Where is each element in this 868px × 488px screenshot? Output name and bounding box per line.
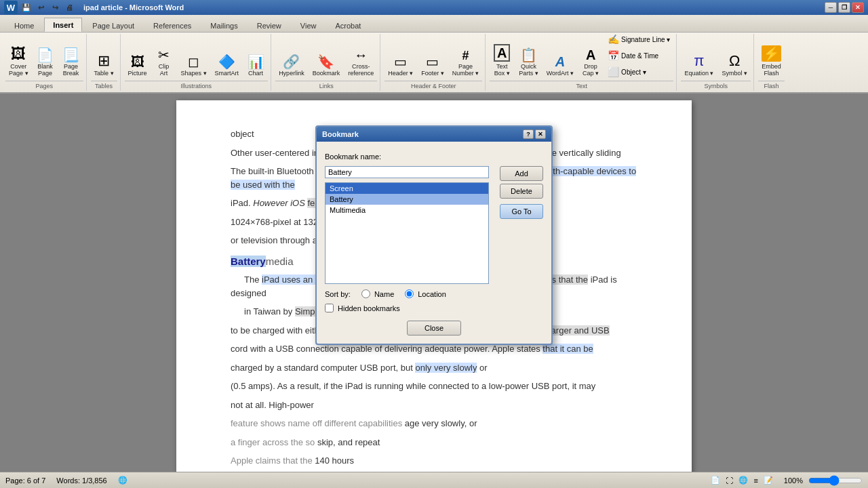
bookmark-list-item-battery[interactable]: Battery xyxy=(326,194,488,205)
cover-page-btn[interactable]: 🖼 CoverPage ▾ xyxy=(5,44,32,79)
bookmark-list-item-multimedia[interactable]: Multimedia xyxy=(326,205,488,216)
hyperlink-icon: 🔗 xyxy=(283,55,300,68)
date-time-btn[interactable]: 📅 Date & Time xyxy=(604,48,673,63)
tab-review[interactable]: Review xyxy=(248,18,290,32)
drop-cap-btn[interactable]: A DropCap ▾ xyxy=(578,45,603,79)
symbol-btn[interactable]: Ω Symbol ▾ xyxy=(718,51,751,79)
ribbon-group-illustrations: 🖼 Picture ✂ ClipArt ◻ Shapes ▾ 🔷 SmartAr… xyxy=(122,34,272,91)
blank-page-icon: 📄 xyxy=(37,48,54,62)
view-outline-icon[interactable]: ≡ xyxy=(753,476,757,485)
sort-by-label: Sort by: xyxy=(325,290,351,298)
page-number-icon: # xyxy=(462,49,469,62)
restore-btn[interactable]: ❐ xyxy=(838,2,850,13)
save-quick-btn[interactable]: 💾 xyxy=(20,2,33,13)
page-break-icon: 📃 xyxy=(62,48,79,62)
dialog-close-title-btn[interactable]: ✕ xyxy=(535,129,546,139)
sort-name-radio[interactable]: Name xyxy=(361,289,394,298)
view-web-icon[interactable]: 🌐 xyxy=(738,476,748,485)
date-time-icon: 📅 xyxy=(608,50,619,61)
quick-parts-icon: 📋 xyxy=(520,48,537,62)
doc-text-battery-5: charged by a standard computer USB port,… xyxy=(231,361,637,375)
footer-icon: ▭ xyxy=(426,55,439,68)
goto-bookmark-btn[interactable]: Go To xyxy=(500,204,543,219)
doc-text-battery-9: a finger across the so skip, and repeat xyxy=(231,436,637,449)
print-quick-btn[interactable]: 🖨 xyxy=(63,2,75,13)
quick-access-toolbar: 💾 ↩ ↪ 🖨 xyxy=(20,2,75,13)
close-dialog-btn[interactable]: Close xyxy=(407,321,461,336)
smartart-icon: 🔷 xyxy=(218,55,235,68)
ribbon-group-flash: ⚡ EmbedFlash Flash xyxy=(755,34,787,91)
symbols-group-label: Symbols xyxy=(681,81,751,89)
view-draft-icon[interactable]: 📝 xyxy=(764,476,773,485)
delete-bookmark-btn[interactable]: Delete xyxy=(500,184,543,199)
zoom-level: 100% xyxy=(784,476,803,485)
picture-icon: 🖼 xyxy=(131,55,144,68)
smartart-btn[interactable]: 🔷 SmartArt xyxy=(212,52,243,79)
bookmark-list-item-screen[interactable]: Screen xyxy=(326,183,488,194)
header-icon: ▭ xyxy=(394,55,407,68)
status-bar: Page: 6 of 7 Words: 1/3,856 🌐 📄 ⛶ 🌐 ≡ 📝 … xyxy=(0,472,868,488)
cover-page-icon: 🖼 xyxy=(11,47,26,62)
page-break-btn[interactable]: 📃 PageBreak xyxy=(59,45,83,79)
quick-parts-btn[interactable]: 📋 QuickParts ▾ xyxy=(515,45,542,79)
picture-btn[interactable]: 🖼 Picture xyxy=(125,52,151,79)
minimize-btn[interactable]: ─ xyxy=(825,2,837,13)
shapes-btn[interactable]: ◻ Shapes ▾ xyxy=(178,52,210,79)
clip-art-icon: ✂ xyxy=(158,48,170,62)
bookmark-name-input[interactable] xyxy=(325,166,489,178)
sort-location-radio[interactable]: Location xyxy=(405,289,446,298)
dialog-btn-column: Add Delete Go To xyxy=(500,166,543,284)
page-number-btn[interactable]: # PageNumber ▾ xyxy=(449,47,483,79)
links-group-label: Links xyxy=(275,81,377,89)
zoom-slider[interactable] xyxy=(808,475,863,486)
shapes-icon: ◻ xyxy=(188,55,199,68)
symbol-icon: Ω xyxy=(729,54,740,68)
blank-page-btn[interactable]: 📄 BlankPage xyxy=(33,45,58,79)
undo-quick-btn[interactable]: ↩ xyxy=(35,2,47,13)
ribbon-group-symbols: π Equation ▾ Ω Symbol ▾ Symbols xyxy=(678,34,754,91)
tab-mailings[interactable]: Mailings xyxy=(201,18,246,32)
hidden-bookmarks-checkbox[interactable] xyxy=(325,304,334,312)
tab-references[interactable]: References xyxy=(144,18,200,32)
redo-quick-btn[interactable]: ↪ xyxy=(49,2,61,13)
clip-art-btn[interactable]: ✂ ClipArt xyxy=(152,45,176,79)
text-group-label: Text xyxy=(490,81,673,89)
ribbon-group-tables: ⊞ Table ▾ Tables xyxy=(88,34,121,91)
footer-btn[interactable]: ▭ Footer ▾ xyxy=(418,52,448,79)
header-btn[interactable]: ▭ Header ▾ xyxy=(384,52,416,79)
text-box-btn[interactable]: A TextBox ▾ xyxy=(490,41,514,79)
header-footer-group-label: Header & Footer xyxy=(384,81,482,89)
pages-group-label: Pages xyxy=(5,81,83,89)
tab-home[interactable]: Home xyxy=(5,18,43,32)
wordart-btn[interactable]: A WordArt ▾ xyxy=(543,52,577,79)
tables-group-label: Tables xyxy=(91,81,117,89)
equation-btn[interactable]: π Equation ▾ xyxy=(681,51,717,79)
view-full-icon[interactable]: ⛶ xyxy=(726,476,733,485)
dialog-body: Bookmark name: Screen Battery Multimedia… xyxy=(317,142,551,344)
dialog-help-btn[interactable]: ? xyxy=(523,129,534,139)
signature-line-icon: ✍ xyxy=(608,34,619,45)
chart-btn[interactable]: 📊 Chart xyxy=(243,52,268,79)
status-language-icon: 🌐 xyxy=(118,476,127,485)
hyperlink-btn[interactable]: 🔗 Hyperlink xyxy=(275,52,308,79)
drop-cap-icon: A xyxy=(586,48,595,62)
ribbon: 🖼 CoverPage ▾ 📄 BlankPage 📃 PageBreak Pa… xyxy=(0,33,868,94)
table-btn[interactable]: ⊞ Table ▾ xyxy=(91,51,117,79)
tab-insert[interactable]: Insert xyxy=(44,18,82,32)
bookmark-list[interactable]: Screen Battery Multimedia xyxy=(325,182,489,284)
bookmark-btn[interactable]: 🔖 Bookmark xyxy=(309,52,344,79)
close-btn[interactable]: ✕ xyxy=(852,2,864,13)
tab-view[interactable]: View xyxy=(292,18,326,32)
tab-page-layout[interactable]: Page Layout xyxy=(83,18,143,32)
ribbon-tab-bar: Home Insert Page Layout References Maili… xyxy=(0,15,868,33)
cross-reference-btn[interactable]: ↔ Cross-reference xyxy=(344,45,377,79)
dialog-title-text: Bookmark xyxy=(322,130,359,138)
window-title: ipad article - Microsoft Word xyxy=(83,3,184,12)
sort-by-row: Sort by: Name Location xyxy=(325,289,543,298)
embed-flash-btn[interactable]: ⚡ EmbedFlash xyxy=(758,43,785,79)
view-print-icon[interactable]: 📄 xyxy=(711,476,720,485)
signature-line-btn[interactable]: ✍ Signature Line ▾ xyxy=(604,32,673,47)
add-bookmark-btn[interactable]: Add xyxy=(500,166,543,181)
object-btn[interactable]: ⬜ Object ▾ xyxy=(604,64,673,79)
tab-acrobat[interactable]: Acrobat xyxy=(326,18,370,32)
